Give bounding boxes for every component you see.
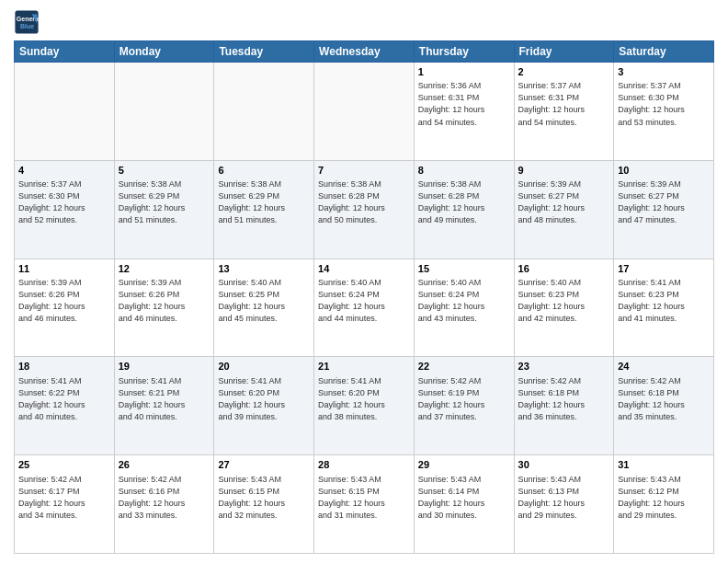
calendar-cell: 13Sunrise: 5:40 AM Sunset: 6:25 PM Dayli…: [214, 259, 314, 357]
day-info: Sunrise: 5:41 AM Sunset: 6:23 PM Dayligh…: [618, 277, 710, 325]
calendar-cell: 23Sunrise: 5:42 AM Sunset: 6:18 PM Dayli…: [514, 357, 614, 455]
day-number: 29: [418, 458, 510, 472]
day-number: 28: [318, 458, 410, 472]
day-number: 24: [618, 360, 710, 373]
day-number: 25: [18, 458, 110, 472]
weekday-header-sunday: Sunday: [15, 41, 115, 63]
calendar-cell: 31Sunrise: 5:43 AM Sunset: 6:12 PM Dayli…: [614, 455, 714, 554]
calendar-week-5: 25Sunrise: 5:42 AM Sunset: 6:17 PM Dayli…: [15, 455, 714, 554]
day-number: 30: [518, 458, 610, 472]
calendar-table: SundayMondayTuesdayWednesdayThursdayFrid…: [14, 40, 714, 554]
day-number: 20: [218, 360, 310, 373]
day-number: 7: [318, 164, 410, 178]
day-info: Sunrise: 5:38 AM Sunset: 6:29 PM Dayligh…: [218, 178, 310, 226]
day-info: Sunrise: 5:42 AM Sunset: 6:18 PM Dayligh…: [518, 375, 610, 423]
day-number: 17: [618, 262, 710, 276]
day-number: 21: [318, 360, 410, 373]
calendar-cell: 2Sunrise: 5:37 AM Sunset: 6:31 PM Daylig…: [514, 63, 614, 161]
calendar-cell: 24Sunrise: 5:42 AM Sunset: 6:18 PM Dayli…: [614, 357, 714, 455]
day-number: 13: [218, 262, 310, 276]
logo-area: General Blue: [14, 9, 43, 35]
day-number: 8: [418, 164, 510, 178]
day-number: 6: [218, 164, 310, 178]
day-number: 1: [418, 65, 510, 79]
day-number: 14: [318, 262, 410, 276]
day-info: Sunrise: 5:37 AM Sunset: 6:30 PM Dayligh…: [18, 178, 110, 226]
day-number: 2: [518, 65, 610, 79]
weekday-header-tuesday: Tuesday: [214, 41, 314, 63]
weekday-header-friday: Friday: [514, 41, 614, 63]
calendar-cell: 8Sunrise: 5:38 AM Sunset: 6:28 PM Daylig…: [414, 160, 514, 259]
calendar-cell: 14Sunrise: 5:40 AM Sunset: 6:24 PM Dayli…: [314, 259, 415, 357]
weekday-row: SundayMondayTuesdayWednesdayThursdayFrid…: [15, 41, 714, 63]
weekday-header-monday: Monday: [114, 41, 214, 63]
day-info: Sunrise: 5:41 AM Sunset: 6:22 PM Dayligh…: [18, 375, 110, 423]
calendar-cell: 30Sunrise: 5:43 AM Sunset: 6:13 PM Dayli…: [514, 455, 614, 554]
calendar-cell: 22Sunrise: 5:42 AM Sunset: 6:19 PM Dayli…: [414, 357, 514, 455]
day-info: Sunrise: 5:43 AM Sunset: 6:15 PM Dayligh…: [218, 474, 310, 522]
day-info: Sunrise: 5:39 AM Sunset: 6:26 PM Dayligh…: [119, 277, 210, 325]
calendar-cell: 17Sunrise: 5:41 AM Sunset: 6:23 PM Dayli…: [614, 259, 714, 357]
day-info: Sunrise: 5:39 AM Sunset: 6:27 PM Dayligh…: [518, 178, 610, 226]
day-info: Sunrise: 5:38 AM Sunset: 6:28 PM Dayligh…: [318, 178, 410, 226]
calendar-cell: 21Sunrise: 5:41 AM Sunset: 6:20 PM Dayli…: [314, 357, 415, 455]
calendar-cell: 1Sunrise: 5:36 AM Sunset: 6:31 PM Daylig…: [414, 63, 514, 161]
day-info: Sunrise: 5:43 AM Sunset: 6:13 PM Dayligh…: [518, 474, 610, 522]
calendar-cell: [15, 63, 115, 161]
day-info: Sunrise: 5:40 AM Sunset: 6:24 PM Dayligh…: [418, 277, 510, 325]
calendar-cell: 12Sunrise: 5:39 AM Sunset: 6:26 PM Dayli…: [114, 259, 214, 357]
day-number: 11: [18, 262, 110, 276]
day-number: 5: [119, 164, 210, 178]
logo-icon: General Blue: [14, 9, 40, 35]
calendar-cell: 19Sunrise: 5:41 AM Sunset: 6:21 PM Dayli…: [114, 357, 214, 455]
day-info: Sunrise: 5:43 AM Sunset: 6:15 PM Dayligh…: [318, 474, 410, 522]
calendar-cell: [214, 63, 314, 161]
day-info: Sunrise: 5:36 AM Sunset: 6:31 PM Dayligh…: [418, 80, 510, 128]
calendar-week-3: 11Sunrise: 5:39 AM Sunset: 6:26 PM Dayli…: [15, 259, 714, 357]
day-info: Sunrise: 5:39 AM Sunset: 6:26 PM Dayligh…: [18, 277, 110, 325]
day-number: 18: [18, 360, 110, 373]
day-info: Sunrise: 5:38 AM Sunset: 6:28 PM Dayligh…: [418, 178, 510, 226]
calendar-cell: 15Sunrise: 5:40 AM Sunset: 6:24 PM Dayli…: [414, 259, 514, 357]
day-number: 12: [119, 262, 210, 276]
day-info: Sunrise: 5:40 AM Sunset: 6:23 PM Dayligh…: [518, 277, 610, 325]
calendar-cell: 26Sunrise: 5:42 AM Sunset: 6:16 PM Dayli…: [114, 455, 214, 554]
day-info: Sunrise: 5:43 AM Sunset: 6:14 PM Dayligh…: [418, 474, 510, 522]
day-number: 9: [518, 164, 610, 178]
weekday-header-saturday: Saturday: [614, 41, 714, 63]
calendar-cell: [114, 63, 214, 161]
day-info: Sunrise: 5:40 AM Sunset: 6:25 PM Dayligh…: [218, 277, 310, 325]
day-number: 31: [618, 458, 710, 472]
calendar-cell: 29Sunrise: 5:43 AM Sunset: 6:14 PM Dayli…: [414, 455, 514, 554]
calendar-cell: 4Sunrise: 5:37 AM Sunset: 6:30 PM Daylig…: [15, 160, 115, 259]
day-number: 19: [119, 360, 210, 373]
day-number: 15: [418, 262, 510, 276]
day-number: 16: [518, 262, 610, 276]
calendar-cell: 16Sunrise: 5:40 AM Sunset: 6:23 PM Dayli…: [514, 259, 614, 357]
day-info: Sunrise: 5:39 AM Sunset: 6:27 PM Dayligh…: [618, 178, 710, 226]
calendar-cell: 10Sunrise: 5:39 AM Sunset: 6:27 PM Dayli…: [614, 160, 714, 259]
calendar-header: SundayMondayTuesdayWednesdayThursdayFrid…: [15, 41, 714, 63]
day-info: Sunrise: 5:42 AM Sunset: 6:17 PM Dayligh…: [18, 474, 110, 522]
calendar-cell: 20Sunrise: 5:41 AM Sunset: 6:20 PM Dayli…: [214, 357, 314, 455]
day-info: Sunrise: 5:41 AM Sunset: 6:21 PM Dayligh…: [119, 375, 210, 423]
calendar-week-2: 4Sunrise: 5:37 AM Sunset: 6:30 PM Daylig…: [15, 160, 714, 259]
day-number: 27: [218, 458, 310, 472]
day-info: Sunrise: 5:38 AM Sunset: 6:29 PM Dayligh…: [119, 178, 210, 226]
calendar-body: 1Sunrise: 5:36 AM Sunset: 6:31 PM Daylig…: [15, 63, 714, 554]
calendar-cell: 9Sunrise: 5:39 AM Sunset: 6:27 PM Daylig…: [514, 160, 614, 259]
day-info: Sunrise: 5:40 AM Sunset: 6:24 PM Dayligh…: [318, 277, 410, 325]
day-info: Sunrise: 5:43 AM Sunset: 6:12 PM Dayligh…: [618, 474, 710, 522]
calendar-cell: [314, 63, 415, 161]
calendar-cell: 27Sunrise: 5:43 AM Sunset: 6:15 PM Dayli…: [214, 455, 314, 554]
day-number: 22: [418, 360, 510, 373]
page: General Blue SundayMondayTuesdayWednesda…: [0, 0, 728, 563]
calendar-cell: 6Sunrise: 5:38 AM Sunset: 6:29 PM Daylig…: [214, 160, 314, 259]
day-number: 4: [18, 164, 110, 178]
calendar-cell: 28Sunrise: 5:43 AM Sunset: 6:15 PM Dayli…: [314, 455, 415, 554]
weekday-header-thursday: Thursday: [414, 41, 514, 63]
svg-rect-0: [15, 10, 38, 33]
day-info: Sunrise: 5:41 AM Sunset: 6:20 PM Dayligh…: [318, 375, 410, 423]
day-info: Sunrise: 5:42 AM Sunset: 6:19 PM Dayligh…: [418, 375, 510, 423]
day-info: Sunrise: 5:41 AM Sunset: 6:20 PM Dayligh…: [218, 375, 310, 423]
